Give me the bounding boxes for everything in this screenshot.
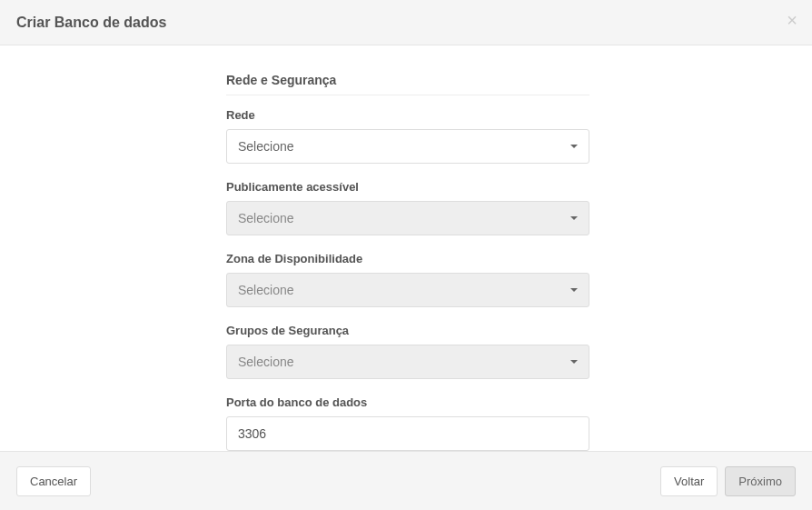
security-groups-select-value: Selecione [238,355,294,369]
close-icon: × [787,10,797,30]
availability-zone-select-value: Selecione [238,283,294,297]
footer-left: Cancelar [16,466,91,496]
publicly-accessible-label: Publicamente acessível [226,180,589,194]
section-title: Rede e Segurança [226,73,589,95]
security-groups-select[interactable]: Selecione [226,345,589,379]
form-group-publicly-accessible: Publicamente acessível Selecione [226,180,589,235]
form-group-network: Rede Selecione [226,108,589,164]
network-select[interactable]: Selecione [226,129,589,164]
close-button[interactable]: × [787,11,797,29]
next-button[interactable]: Próximo [725,466,796,496]
security-groups-label: Grupos de Segurança [226,324,589,337]
chevron-down-icon [570,288,578,292]
publicly-accessible-select[interactable]: Selecione [226,201,589,235]
cancel-button[interactable]: Cancelar [16,466,91,496]
chevron-down-icon [570,216,578,220]
availability-zone-select[interactable]: Selecione [226,273,589,307]
form-group-db-port: Porta do banco de dados [226,395,589,451]
modal-header: Criar Banco de dados × [0,0,812,45]
chevron-down-icon [570,360,578,364]
network-select-value: Selecione [238,139,294,154]
footer-right: Voltar Próximo [660,466,796,496]
availability-zone-label: Zona de Disponibilidade [226,252,589,265]
form-container: Rede e Segurança Rede Selecione Publicam… [226,73,589,451]
modal-footer: Cancelar Voltar Próximo [0,451,812,510]
publicly-accessible-select-value: Selecione [238,211,294,225]
db-port-label: Porta do banco de dados [226,395,589,409]
db-port-input[interactable] [226,416,589,451]
modal-title: Criar Banco de dados [16,15,166,31]
network-label: Rede [226,108,589,122]
chevron-down-icon [570,145,578,148]
form-group-security-groups: Grupos de Segurança Selecione [226,324,589,379]
back-button[interactable]: Voltar [660,466,718,496]
modal-body: Rede e Segurança Rede Selecione Publicam… [0,45,812,451]
form-group-availability-zone: Zona de Disponibilidade Selecione [226,252,589,307]
